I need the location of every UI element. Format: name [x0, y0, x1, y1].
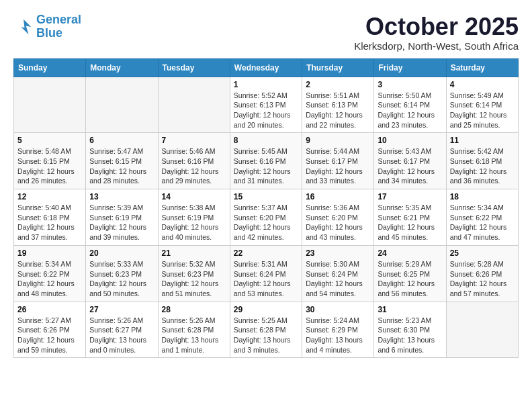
day-info: Sunrise: 5:26 AM Sunset: 6:28 PM Dayligh…: [162, 316, 226, 355]
day-info: Sunrise: 5:42 AM Sunset: 6:18 PM Dayligh…: [450, 146, 515, 186]
day-number: 9: [306, 136, 370, 145]
table-row: 14Sunrise: 5:38 AM Sunset: 6:19 PM Dayli…: [158, 189, 230, 246]
day-number: 20: [89, 248, 154, 258]
day-info: Sunrise: 5:35 AM Sunset: 6:21 PM Dayligh…: [378, 203, 442, 242]
day-number: 14: [162, 192, 226, 201]
calendar-week-row: 1Sunrise: 5:52 AM Sunset: 6:13 PM Daylig…: [14, 77, 519, 133]
table-row: 4Sunrise: 5:49 AM Sunset: 6:14 PM Daylig…: [446, 77, 518, 133]
calendar-week-row: 19Sunrise: 5:34 AM Sunset: 6:22 PM Dayli…: [14, 245, 519, 302]
table-row: 13Sunrise: 5:39 AM Sunset: 6:19 PM Dayli…: [86, 189, 158, 246]
day-number: 22: [234, 248, 298, 258]
svg-marker-0: [21, 19, 31, 35]
table-row: 9Sunrise: 5:44 AM Sunset: 6:17 PM Daylig…: [302, 133, 374, 189]
day-number: 28: [162, 305, 226, 314]
day-info: Sunrise: 5:46 AM Sunset: 6:16 PM Dayligh…: [162, 146, 226, 186]
table-row: 21Sunrise: 5:32 AM Sunset: 6:23 PM Dayli…: [158, 245, 230, 302]
header-wednesday: Wednesday: [230, 58, 302, 77]
day-info: Sunrise: 5:32 AM Sunset: 6:23 PM Dayligh…: [162, 259, 226, 299]
header-saturday: Saturday: [446, 58, 518, 77]
day-number: 8: [234, 136, 298, 145]
day-info: Sunrise: 5:40 AM Sunset: 6:18 PM Dayligh…: [17, 203, 82, 242]
day-number: 10: [378, 136, 442, 145]
table-row: 20Sunrise: 5:33 AM Sunset: 6:23 PM Dayli…: [86, 245, 158, 302]
calendar-week-row: 5Sunrise: 5:48 AM Sunset: 6:15 PM Daylig…: [14, 133, 519, 189]
day-info: Sunrise: 5:52 AM Sunset: 6:13 PM Dayligh…: [234, 91, 298, 130]
day-number: 18: [450, 192, 515, 201]
day-number: 2: [306, 80, 370, 89]
header-friday: Friday: [374, 58, 446, 77]
table-row: 2Sunrise: 5:51 AM Sunset: 6:13 PM Daylig…: [302, 77, 374, 133]
month-title: October 2025: [354, 13, 519, 40]
logo-text: General Blue: [36, 13, 81, 40]
day-info: Sunrise: 5:34 AM Sunset: 6:22 PM Dayligh…: [450, 203, 515, 242]
day-number: 29: [234, 305, 298, 314]
table-row: 25Sunrise: 5:28 AM Sunset: 6:26 PM Dayli…: [446, 245, 518, 302]
table-row: 8Sunrise: 5:45 AM Sunset: 6:16 PM Daylig…: [230, 133, 302, 189]
header-tuesday: Tuesday: [158, 58, 230, 77]
day-number: 19: [17, 248, 82, 258]
day-info: Sunrise: 5:38 AM Sunset: 6:19 PM Dayligh…: [162, 203, 226, 242]
day-info: Sunrise: 5:31 AM Sunset: 6:24 PM Dayligh…: [234, 259, 298, 299]
table-row: 15Sunrise: 5:37 AM Sunset: 6:20 PM Dayli…: [230, 189, 302, 246]
day-info: Sunrise: 5:39 AM Sunset: 6:19 PM Dayligh…: [89, 203, 154, 242]
table-row: 11Sunrise: 5:42 AM Sunset: 6:18 PM Dayli…: [446, 133, 518, 189]
day-number: 5: [17, 136, 82, 145]
table-row: 24Sunrise: 5:29 AM Sunset: 6:25 PM Dayli…: [374, 245, 446, 302]
table-row: 3Sunrise: 5:50 AM Sunset: 6:14 PM Daylig…: [374, 77, 446, 133]
day-info: Sunrise: 5:33 AM Sunset: 6:23 PM Dayligh…: [89, 259, 154, 299]
day-number: 7: [162, 136, 226, 145]
day-number: 6: [89, 136, 154, 145]
day-info: Sunrise: 5:27 AM Sunset: 6:26 PM Dayligh…: [17, 316, 82, 355]
day-number: 30: [306, 305, 370, 314]
table-row: 29Sunrise: 5:25 AM Sunset: 6:28 PM Dayli…: [230, 302, 302, 358]
day-info: Sunrise: 5:50 AM Sunset: 6:14 PM Dayligh…: [378, 91, 442, 130]
day-number: 27: [89, 305, 154, 314]
table-row: 30Sunrise: 5:24 AM Sunset: 6:29 PM Dayli…: [302, 302, 374, 358]
day-number: 23: [306, 248, 370, 258]
day-info: Sunrise: 5:29 AM Sunset: 6:25 PM Dayligh…: [378, 259, 442, 299]
table-row: 19Sunrise: 5:34 AM Sunset: 6:22 PM Dayli…: [14, 245, 86, 302]
header-monday: Monday: [86, 58, 158, 77]
table-row: 28Sunrise: 5:26 AM Sunset: 6:28 PM Dayli…: [158, 302, 230, 358]
table-row: 17Sunrise: 5:35 AM Sunset: 6:21 PM Dayli…: [374, 189, 446, 246]
calendar: Sunday Monday Tuesday Wednesday Thursday…: [13, 58, 519, 359]
day-number: 16: [306, 192, 370, 201]
day-info: Sunrise: 5:48 AM Sunset: 6:15 PM Dayligh…: [17, 146, 82, 186]
day-number: 25: [450, 248, 515, 258]
table-row: [86, 77, 158, 133]
day-info: Sunrise: 5:47 AM Sunset: 6:15 PM Dayligh…: [89, 146, 154, 186]
table-row: [446, 302, 518, 358]
day-number: 26: [17, 305, 82, 314]
day-info: Sunrise: 5:23 AM Sunset: 6:30 PM Dayligh…: [378, 316, 442, 355]
day-number: 11: [450, 136, 515, 145]
day-number: 17: [378, 192, 442, 201]
table-row: 23Sunrise: 5:30 AM Sunset: 6:24 PM Dayli…: [302, 245, 374, 302]
table-row: 22Sunrise: 5:31 AM Sunset: 6:24 PM Dayli…: [230, 245, 302, 302]
day-info: Sunrise: 5:26 AM Sunset: 6:27 PM Dayligh…: [89, 316, 154, 355]
table-row: 18Sunrise: 5:34 AM Sunset: 6:22 PM Dayli…: [446, 189, 518, 246]
table-row: 7Sunrise: 5:46 AM Sunset: 6:16 PM Daylig…: [158, 133, 230, 189]
day-info: Sunrise: 5:34 AM Sunset: 6:22 PM Dayligh…: [17, 259, 82, 299]
table-row: 5Sunrise: 5:48 AM Sunset: 6:15 PM Daylig…: [14, 133, 86, 189]
day-number: 13: [89, 192, 154, 201]
table-row: 6Sunrise: 5:47 AM Sunset: 6:15 PM Daylig…: [86, 133, 158, 189]
header-sunday: Sunday: [14, 58, 86, 77]
table-row: [158, 77, 230, 133]
day-info: Sunrise: 5:25 AM Sunset: 6:28 PM Dayligh…: [234, 316, 298, 355]
day-info: Sunrise: 5:44 AM Sunset: 6:17 PM Dayligh…: [306, 146, 370, 186]
day-info: Sunrise: 5:24 AM Sunset: 6:29 PM Dayligh…: [306, 316, 370, 355]
day-info: Sunrise: 5:45 AM Sunset: 6:16 PM Dayligh…: [234, 146, 298, 186]
day-info: Sunrise: 5:49 AM Sunset: 6:14 PM Dayligh…: [450, 91, 515, 130]
day-info: Sunrise: 5:36 AM Sunset: 6:20 PM Dayligh…: [306, 203, 370, 242]
table-row: 26Sunrise: 5:27 AM Sunset: 6:26 PM Dayli…: [14, 302, 86, 358]
day-number: 21: [162, 248, 226, 258]
title-block: October 2025 Klerksdorp, North-West, Sou…: [354, 13, 519, 52]
location: Klerksdorp, North-West, South Africa: [354, 40, 519, 52]
day-info: Sunrise: 5:30 AM Sunset: 6:24 PM Dayligh…: [306, 259, 370, 299]
day-number: 4: [450, 80, 515, 89]
table-row: 27Sunrise: 5:26 AM Sunset: 6:27 PM Dayli…: [86, 302, 158, 358]
calendar-week-row: 12Sunrise: 5:40 AM Sunset: 6:18 PM Dayli…: [14, 189, 519, 246]
table-row: 10Sunrise: 5:43 AM Sunset: 6:17 PM Dayli…: [374, 133, 446, 189]
table-row: 31Sunrise: 5:23 AM Sunset: 6:30 PM Dayli…: [374, 302, 446, 358]
logo-icon: [13, 17, 34, 37]
